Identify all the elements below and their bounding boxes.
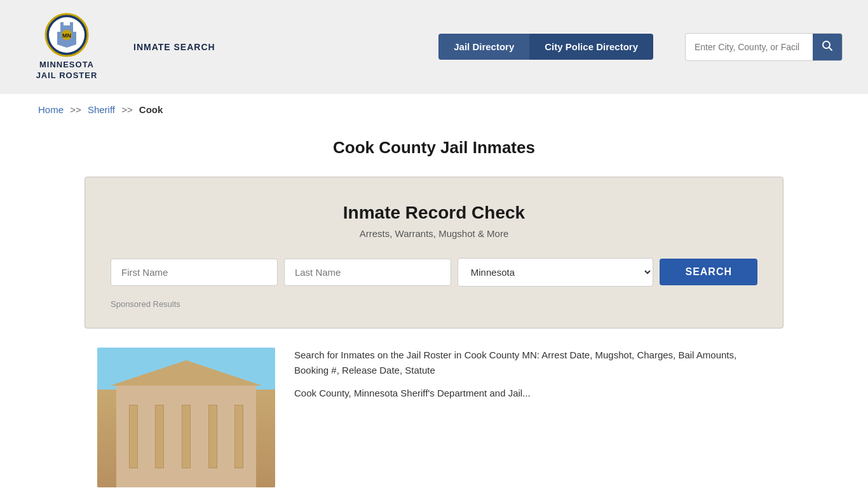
sponsored-label: Sponsored Results <box>111 299 757 309</box>
content-description-2: Cook County, Minnesota Sheriff's Departm… <box>294 386 771 401</box>
breadcrumb-sep-1: >> <box>70 104 81 115</box>
breadcrumb-current: Cook <box>139 104 163 115</box>
content-section: Search for Inmates on the Jail Roster in… <box>85 348 783 488</box>
jail-directory-tab[interactable]: Jail Directory <box>438 34 529 60</box>
inmate-search-link[interactable]: INMATE SEARCH <box>133 42 215 52</box>
header-search-button[interactable] <box>813 34 842 60</box>
breadcrumb: Home >> Sheriff >> Cook <box>0 94 868 125</box>
header-search-bar <box>685 33 843 61</box>
record-check-title: Inmate Record Check <box>111 203 757 223</box>
column-4 <box>208 405 217 468</box>
header: MN MINNESOTA JAIL ROSTER INMATE SEARCH J… <box>0 0 868 94</box>
content-text: Search for Inmates on the Jail Roster in… <box>294 348 771 409</box>
svg-text:MN: MN <box>62 32 71 39</box>
logo-text: MINNESOTA JAIL ROSTER <box>36 60 98 81</box>
breadcrumb-sep-2: >> <box>121 104 133 115</box>
record-check-search-button[interactable]: SEARCH <box>660 259 757 285</box>
content-description-1: Search for Inmates on the Jail Roster in… <box>294 348 771 378</box>
building-columns <box>123 405 250 468</box>
state-select[interactable]: Minnesota Alabama Alaska Wisconsin <box>458 258 654 287</box>
header-search-input[interactable] <box>686 36 813 58</box>
page-title: Cook County Jail Inmates <box>0 138 868 158</box>
record-check-subtitle: Arrests, Warrants, Mugshot & More <box>111 228 757 239</box>
breadcrumb-sheriff[interactable]: Sheriff <box>88 104 115 115</box>
first-name-input[interactable] <box>111 259 278 286</box>
column-1 <box>129 405 138 468</box>
building-roof <box>110 360 262 386</box>
building-image <box>97 348 275 487</box>
search-icon <box>822 40 833 51</box>
column-2 <box>155 405 164 468</box>
logo-area: MN MINNESOTA JAIL ROSTER <box>25 13 108 81</box>
record-check-box: Inmate Record Check Arrests, Warrants, M… <box>85 177 783 329</box>
svg-line-5 <box>829 47 832 50</box>
city-police-directory-tab[interactable]: City Police Directory <box>529 34 653 60</box>
minnesota-logo-icon: MN <box>44 13 89 57</box>
last-name-input[interactable] <box>284 259 451 286</box>
page-title-section: Cook County Jail Inmates <box>0 125 868 177</box>
record-check-form: Minnesota Alabama Alaska Wisconsin SEARC… <box>111 258 757 287</box>
breadcrumb-home[interactable]: Home <box>38 104 64 115</box>
column-5 <box>234 405 243 468</box>
column-3 <box>182 405 191 468</box>
nav-tabs: Jail Directory City Police Directory <box>438 34 653 60</box>
